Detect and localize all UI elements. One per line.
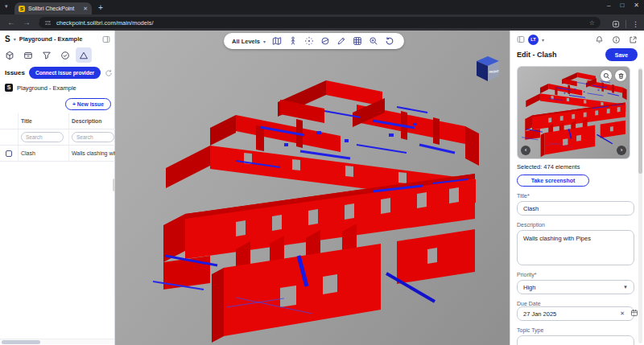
browser-actions: ⋮ [612,17,639,31]
workspace-title: Playground - Example [19,35,99,43]
viewer-toolbar: All Levels ▾ [224,33,404,49]
workspace-header: S ▾ Playground - Example [0,33,115,45]
project-row[interactable]: S Playground - Example [0,82,115,93]
window-minimize-button[interactable]: – [607,2,610,9]
checking-icon[interactable] [57,47,73,63]
table-filter-row [0,129,115,146]
browser-menu-icon[interactable]: ⋮ [632,20,639,28]
site-settings-icon[interactable] [44,19,52,27]
tab-title: Solibri CheckPoint [28,6,80,11]
due-date-label: Due Date [517,301,638,306]
address-bar[interactable]: checkpoint.solibri.com/main/models/ ☆ [39,17,601,28]
previous-screenshot-button[interactable]: ‹ [521,146,530,155]
new-tab-button[interactable]: + [98,4,103,12]
column-header-description[interactable]: Description [68,113,115,129]
priority-select[interactable]: High ▼ [517,280,634,294]
selected-elements-text: Selected: 474 elements [517,163,638,170]
browser-window: ▾ S Solibri CheckPoint ✕ + – □ ✕ ← → che… [0,0,644,345]
new-issue-button[interactable]: + New issue [65,98,111,110]
table-row[interactable]: Clash Walls clashing with Pipes [0,146,115,162]
collapse-panel-icon[interactable] [102,35,110,43]
open-external-icon[interactable] [629,35,638,44]
connect-issue-provider-button[interactable]: Connect issue provider [29,67,101,79]
user-avatar[interactable]: LT [528,35,539,45]
row-checkbox[interactable] [6,150,12,157]
walk-mode-icon[interactable] [288,36,298,46]
focus-icon[interactable] [304,36,314,46]
save-button[interactable]: Save [605,48,638,61]
description-field[interactable]: Walls clashing with Pipes [517,230,634,265]
tab-search-chevron-icon[interactable]: ▾ [5,3,8,10]
sidebar-toolbar [2,47,92,64]
topic-type-select[interactable] [517,335,634,345]
topic-type-label: Topic Type [517,327,638,333]
chevron-down-icon[interactable]: ▾ [542,37,544,43]
window-maximize-button[interactable]: □ [620,2,624,9]
reset-view-icon[interactable] [385,36,394,46]
description-search-input[interactable] [72,132,114,142]
browser-tab[interactable]: S Solibri CheckPoint ✕ [14,2,92,14]
issue-screenshot-thumbnail[interactable]: ‹ › [517,66,630,159]
tab-close-icon[interactable]: ✕ [83,6,88,12]
collapse-panel-icon[interactable] [517,35,525,43]
priority-value: High [523,284,535,291]
issues-label: Issues [5,69,25,76]
toolbar-divider [625,20,626,28]
solibri-app: S ▾ Playground - Example [0,31,644,345]
clear-date-icon[interactable]: ✕ [620,310,625,316]
map-icon[interactable] [272,36,282,46]
window-close-button[interactable]: ✕ [634,2,639,9]
bookmark-star-icon[interactable]: ☆ [589,19,595,27]
scrollbar-thumb[interactable] [2,340,40,344]
title-search-input[interactable] [21,132,64,142]
delete-thumbnail-icon[interactable] [615,70,626,81]
forward-button[interactable]: → [23,18,31,27]
table-header-row: Title Description [0,113,115,129]
back-button[interactable]: ← [7,18,15,27]
issue-title-cell: Clash [18,146,68,161]
select-caret-icon: ▼ [623,285,628,290]
column-header-title[interactable]: Title [18,113,68,129]
clip-plane-icon[interactable] [320,36,330,46]
issues-sidebar: S ▾ Playground - Example [0,31,115,345]
levels-dropdown-value: All Levels [232,38,260,45]
url-text: checkpoint.solibri.com/main/models/ [56,19,589,27]
solibri-logo[interactable]: S [5,35,10,43]
scrollbar-thumb[interactable] [638,69,642,174]
edit-issue-panel: LT ▾ Edit - Clash Save [510,31,644,345]
zoom-thumbnail-icon[interactable] [601,70,612,81]
take-screenshot-button[interactable]: Take screenshot [517,175,589,187]
filter-icon[interactable] [39,47,55,63]
model-cube-icon[interactable] [2,47,18,63]
info-icon[interactable] [612,35,621,44]
browsing-mode-icon[interactable] [612,17,620,31]
levels-dropdown[interactable]: All Levels ▾ [232,38,266,45]
priority-label: Priority* [517,272,638,277]
issues-table: Title Description Clash Walls clashing w… [0,113,115,162]
issues-triangle-icon[interactable] [76,47,92,63]
next-screenshot-button[interactable]: › [617,146,626,155]
edit-titlebar: Edit - Clash Save [517,48,638,61]
thumbnail-model-image [518,67,630,159]
bim-model-3d[interactable] [115,31,510,345]
browser-tabstrip: ▾ S Solibri CheckPoint ✕ + – □ ✕ [0,0,644,14]
vertical-scrollbar[interactable] [638,68,642,343]
grid-cube-icon[interactable] [353,36,362,46]
solibri-favicon-icon: S [19,6,25,12]
horizontal-scrollbar[interactable] [0,339,114,344]
notifications-bell-icon[interactable] [595,35,604,44]
zoom-in-icon[interactable] [369,36,378,46]
refresh-icon[interactable] [105,69,113,77]
calendar-icon[interactable] [630,309,638,317]
title-field[interactable] [517,201,634,216]
model-viewport[interactable]: All Levels ▾ [115,31,510,345]
components-box-icon[interactable] [20,47,36,63]
window-controls: – □ ✕ [607,2,639,9]
description-label: Description [517,222,638,228]
due-date-field[interactable] [517,306,634,321]
chevron-down-icon: ▾ [263,39,266,44]
view-cube[interactable]: FRONT [474,55,502,84]
measure-pencil-icon[interactable] [336,36,346,46]
panel-header: LT ▾ [517,33,638,46]
chevron-down-icon[interactable]: ▾ [14,36,16,42]
